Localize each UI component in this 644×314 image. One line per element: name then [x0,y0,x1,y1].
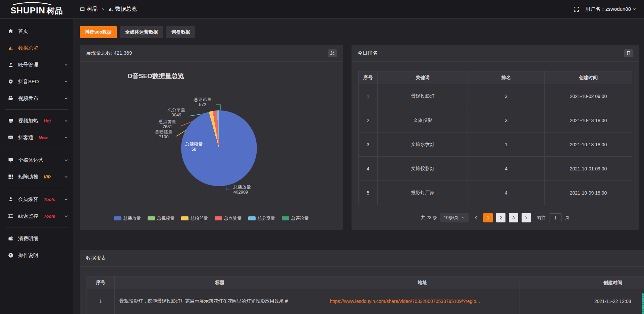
chevron-down-icon [64,214,68,218]
sidebar-item-video-publish[interactable]: 视频发布 [0,90,73,107]
legend-item-shares[interactable]: 总分享量 [248,215,275,221]
monitor-icon [8,157,13,163]
page-size-value: 10条/页 [444,215,459,221]
chevron-down-icon [64,62,68,67]
cell-index: 1 [359,84,378,108]
sidebar-divider [5,149,68,149]
tab-douyin-seo-data[interactable]: 抖音seo数据 [80,26,117,38]
sidebar-item-label: 消费明细 [18,235,38,242]
sidebar-item-video-heating[interactable]: 视频加热 Hot [0,112,73,129]
page-size-select[interactable]: 10条/页 [440,213,469,222]
page-button-1[interactable]: 1 [483,213,493,222]
sidebar-item-data-overview[interactable]: 数据总览 [0,40,73,56]
pie-label-fans: 总粉丝量 7100 [155,129,172,139]
overview-panel: 展现量总数: 421,369 总 D音SEO数据量总览 总评论量 572 [80,45,343,230]
total-badge-button[interactable]: 总 [328,49,337,57]
sidebar-item-douyin-seo[interactable]: 抖音SEO [0,73,73,90]
breadcrumb-root[interactable]: 树品 [80,6,98,13]
goto-page-input[interactable] [549,213,562,222]
chevron-right-icon [524,215,529,220]
sidebar-item-label: 抖客通 [18,135,33,141]
day-badge-button[interactable]: 日 [624,49,633,57]
sidebar-item-matrix-boost[interactable]: 矩阵助推 VIP [0,168,73,185]
video-link[interactable]: https://www.iesdouyin.com/share/video/70… [330,299,480,304]
legend-item-comments[interactable]: 总评论量 [282,215,309,221]
vip-badge: VIP [44,174,51,179]
legend-swatch [181,216,189,220]
cell-created-time: 2021-11-22 12:08 [520,289,644,313]
cell-created-time: 2021-10-02 09:00 [544,84,632,108]
sidebar-item-member-baoke[interactable]: 会员爆客 Tools [0,191,73,208]
chevron-down-icon [64,174,68,179]
tools-badge: Tools [44,214,55,219]
chart-title: D音SEO数据量总览 [80,72,232,81]
window-icon [80,7,85,12]
legend-item-videos[interactable]: 总视频量 [148,215,174,221]
page-button-3[interactable]: 3 [509,213,518,222]
pie-chart: D音SEO数据量总览 总评论量 572 总分享量 3049 [80,62,343,229]
sidebar-item-account-management[interactable]: 账号管理 [0,56,73,73]
column-header: 关键词 [378,71,468,84]
report-table: 序号 标题 地址 创建时间 1 景观投影灯，夜游景观投影灯厂家展示展示落花灯在花… [87,276,644,314]
chevron-left-icon [474,215,478,220]
cell-rank: 3 [468,108,544,133]
ranking-panel-title: 今日排名 [358,50,378,56]
prev-page-button[interactable] [472,213,480,222]
table-row[interactable]: 5 投影灯厂家 4 2021-10-09 18:00 [359,181,632,205]
sidebar-item-douketong[interactable]: 抖客通 New [0,129,73,146]
breadcrumb-current[interactable]: 数据总览 [108,6,137,13]
column-header: 创建时间 [544,71,632,84]
sliders-icon [8,213,13,219]
sidebar-divider [5,227,68,227]
column-header: 序号 [87,276,115,289]
sidebar-item-label: 全媒体运营 [18,157,43,163]
page-unit-label: 页 [565,215,570,221]
table-row[interactable]: 1 景观投影灯，夜游景观投影灯厂家展示展示落花灯在花园里的灯光投影应用效果 # … [87,289,644,313]
report-panel-title: 数据报表 [86,255,106,261]
tab-inquiry-data[interactable]: 询盘数据 [166,26,195,38]
wallet-icon [8,236,13,241]
sidebar: 首页 数据总览 账号管理 抖音SEO 视频发布 视频加热 Hot 抖客通 New… [0,19,73,314]
legend-item-plays[interactable]: 总播放量 [114,215,141,221]
next-page-button[interactable] [522,213,531,222]
sidebar-item-operation-guide[interactable]: 操作说明 [0,247,73,264]
tab-omnimedia-operation-data[interactable]: 全媒体运营数据 [120,26,163,38]
app-logo[interactable]: SHUPIN树品 [0,0,73,19]
hot-badge: Hot [44,118,51,123]
sidebar-item-label: 操作说明 [18,252,38,259]
chevron-down-icon [632,7,637,11]
legend-swatch [148,216,155,220]
user-menu[interactable]: 用户名：zswodun88 [585,6,637,12]
sidebar-item-lead-monitoring[interactable]: 线索监控 Tools [0,208,73,224]
sidebar-item-label: 会员爆客 [18,196,38,203]
user-icon [8,62,13,67]
chat-icon [8,135,13,140]
gear-icon [8,79,13,84]
table-row[interactable]: 4 文旅投影灯 4 2021-10-01 09:00 [359,157,632,181]
goto-label: 前往 [537,215,546,221]
chevron-down-icon [461,216,465,220]
sidebar-item-label: 视频加热 [18,118,38,124]
column-header: 标题 [115,276,325,289]
breadcrumb-root-label: 树品 [87,6,98,13]
bar-chart-icon [108,7,113,12]
breadcrumb-current-label: 数据总览 [115,6,137,13]
chevron-down-icon [64,96,68,101]
chevron-down-icon [64,135,68,140]
scrollbar[interactable] [642,293,644,314]
screen-icon [8,118,13,123]
sidebar-item-omnimedia-operation[interactable]: 全媒体运营 [0,152,73,168]
legend-item-likes[interactable]: 总点赞量 [215,215,241,221]
legend-item-fans[interactable]: 总粉丝量 [181,215,208,221]
sidebar-divider [5,188,68,188]
table-row[interactable]: 2 文旅投影 3 2021-10-13 18:00 [359,108,632,133]
fullscreen-icon[interactable] [574,6,579,12]
table-row[interactable]: 1 景观投影灯 3 2021-10-02 09:00 [359,84,632,108]
table-row[interactable]: 3 文旅水纹灯 1 2021-10-13 18:00 [359,133,632,157]
page-button-2[interactable]: 2 [496,213,505,222]
breadcrumb-separator: > [102,7,104,12]
logo-cjk-text: 树品 [47,6,63,15]
sidebar-item-consumption-details[interactable]: 消费明细 [0,230,73,247]
sidebar-item-home[interactable]: 首页 [0,23,73,40]
pie-label-videos: 总视频量 58 [185,142,203,152]
